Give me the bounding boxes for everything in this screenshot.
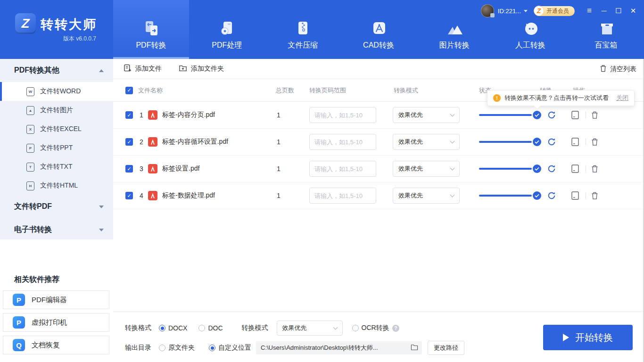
radio-doc-label[interactable]: DOC bbox=[208, 324, 223, 332]
sidebar-group-pdf-other[interactable]: PDF转换其他 bbox=[0, 59, 113, 82]
ppt-doc-icon: P bbox=[26, 144, 34, 153]
mode-select[interactable]: 效果优先 bbox=[277, 321, 343, 336]
page-range-input[interactable] bbox=[309, 161, 376, 177]
tooltip-text: 转换效果不满意？点击再转一次试试看 bbox=[504, 94, 609, 102]
add-file-button[interactable]: 添加文件 bbox=[124, 64, 162, 74]
sidebar-item-image[interactable]: ▴ 文件转图片 bbox=[0, 101, 113, 120]
sidebar-item-ppt[interactable]: P 文件转PPT bbox=[0, 139, 113, 157]
group-label: 文件转PDF bbox=[14, 202, 52, 212]
folder-icon[interactable] bbox=[411, 344, 418, 352]
change-path-label: 更改路径 bbox=[434, 344, 458, 352]
delete-icon[interactable] bbox=[591, 111, 598, 119]
sidebar-item-label: 文件转EXCEL bbox=[40, 125, 82, 133]
radio-source-folder-label[interactable]: 原文件夹 bbox=[168, 344, 195, 352]
change-path-button[interactable]: 更改路径 bbox=[428, 341, 464, 355]
radio-ocr[interactable] bbox=[352, 325, 359, 331]
chevron-down-icon bbox=[450, 192, 455, 197]
row-mode-select[interactable]: 效果优先 bbox=[393, 188, 460, 204]
delete-icon[interactable] bbox=[591, 192, 598, 200]
cad-icon bbox=[368, 19, 389, 41]
tab-pdf-process[interactable]: PDF处理 bbox=[189, 0, 265, 59]
recommend-doc-recovery[interactable]: Q 文档恢复 bbox=[3, 336, 109, 354]
delete-icon[interactable] bbox=[591, 165, 598, 173]
sidebar-item-html[interactable]: H 文件转HTML bbox=[0, 176, 113, 195]
output-path-value: C:\Users\Administrator\Desktop\转转大师... bbox=[261, 344, 411, 352]
tab-label: 人工转换 bbox=[515, 41, 545, 50]
sidebar-item-txt[interactable]: T 文件转TXT bbox=[0, 157, 113, 176]
row-checkbox[interactable] bbox=[125, 165, 133, 173]
start-convert-button[interactable]: 开始转换 bbox=[543, 325, 633, 350]
row-checkbox[interactable] bbox=[125, 138, 133, 146]
output-row: 输出目录 原文件夹 自定义位置 C:\Users\Administrator\D… bbox=[125, 341, 464, 355]
row-mode-select[interactable]: 效果优先 bbox=[393, 107, 460, 123]
tab-label: PDF处理 bbox=[212, 41, 242, 50]
member-badge[interactable]: Z 开通会员 bbox=[535, 6, 575, 16]
sidebar-item-word[interactable]: W 文件转WORD bbox=[0, 82, 113, 101]
col-pages: 总页数 bbox=[276, 86, 294, 95]
avatar[interactable] bbox=[481, 4, 494, 17]
page-range-input[interactable] bbox=[309, 134, 376, 150]
add-folder-button[interactable]: 添加文件夹 bbox=[179, 65, 224, 74]
progress-bar bbox=[479, 168, 532, 170]
open-file-icon[interactable] bbox=[571, 191, 579, 200]
open-file-icon[interactable] bbox=[571, 138, 579, 146]
pdf-file-icon bbox=[148, 110, 157, 120]
row-checkbox[interactable] bbox=[125, 111, 133, 119]
tab-pdf-convert[interactable]: PDF转换 bbox=[113, 0, 189, 59]
sidebar-group-to-pdf[interactable]: 文件转PDF bbox=[0, 195, 113, 218]
radio-ocr-label[interactable]: OCR转换 bbox=[362, 324, 389, 332]
add-folder-label: 添加文件夹 bbox=[191, 65, 224, 73]
sidebar: PDF转换其他 W 文件转WORD ▴ 文件转图片 X 文件转EXCEL P 文… bbox=[0, 59, 113, 362]
output-path-field[interactable]: C:\Users\Administrator\Desktop\转转大师... bbox=[256, 341, 422, 354]
recommend-virtual-printer[interactable]: P 虚拟打印机 bbox=[3, 313, 109, 332]
radio-docx[interactable] bbox=[159, 325, 165, 331]
status-check-icon bbox=[533, 191, 541, 200]
recommend-label: 虚拟打印机 bbox=[32, 318, 67, 327]
row-index: 3 bbox=[140, 165, 143, 173]
progress-bar bbox=[479, 141, 532, 143]
row-mode-select[interactable]: 效果优先 bbox=[393, 134, 460, 150]
page-range-input[interactable] bbox=[309, 188, 376, 204]
help-icon[interactable]: ? bbox=[392, 325, 399, 332]
page-range-input[interactable] bbox=[309, 107, 376, 123]
tab-cad-convert[interactable]: CAD转换 bbox=[341, 0, 417, 59]
txt-doc-icon: T bbox=[26, 163, 34, 172]
radio-doc[interactable] bbox=[198, 325, 205, 331]
sidebar-groups: PDF转换其他 W 文件转WORD ▴ 文件转图片 X 文件转EXCEL P 文… bbox=[0, 59, 113, 239]
minimize-button[interactable]: ─ bbox=[600, 6, 608, 16]
close-button[interactable]: ✕ bbox=[629, 6, 637, 16]
radio-custom-location-label[interactable]: 自定义位置 bbox=[218, 344, 251, 352]
tooltip-close-link[interactable]: 关闭 bbox=[616, 94, 628, 102]
row-checkbox[interactable] bbox=[125, 192, 133, 199]
maximize-button[interactable]: ☐ bbox=[614, 6, 623, 16]
doc-recovery-icon: Q bbox=[13, 339, 25, 351]
select-all-checkbox[interactable] bbox=[125, 87, 133, 94]
radio-source-folder[interactable] bbox=[159, 345, 165, 351]
radio-docx-label[interactable]: DOCX bbox=[168, 324, 187, 332]
warning-icon: ! bbox=[493, 94, 501, 102]
progress-bar bbox=[479, 114, 532, 116]
recommend-pdf-editor[interactable]: P PDF编辑器 bbox=[3, 290, 109, 309]
retry-icon[interactable] bbox=[547, 137, 556, 147]
mode-value: 效果优先 bbox=[398, 138, 423, 146]
retry-icon[interactable] bbox=[547, 110, 556, 120]
sidebar-item-excel[interactable]: X 文件转EXCEL bbox=[0, 120, 113, 139]
clear-list-button[interactable]: 清空列表 bbox=[600, 59, 636, 79]
sidebar-group-ebook[interactable]: 电子书转换 bbox=[0, 218, 113, 241]
tab-label: CAD转换 bbox=[363, 41, 394, 50]
open-file-icon[interactable] bbox=[571, 111, 579, 119]
tab-file-compress[interactable]: 文件压缩 bbox=[265, 0, 341, 59]
radio-custom-location[interactable] bbox=[209, 345, 215, 351]
chevron-down-icon[interactable] bbox=[524, 10, 528, 12]
menu-icon[interactable]: ≡ bbox=[585, 6, 594, 16]
retry-icon[interactable] bbox=[547, 164, 556, 173]
excel-doc-icon: X bbox=[26, 125, 34, 134]
retry-icon[interactable] bbox=[547, 191, 556, 200]
tab-label: 图片转换 bbox=[439, 41, 470, 50]
table-row: 2 标签-内容循环设置.pdf 1 效果优先 bbox=[113, 129, 644, 156]
row-mode-select[interactable]: 效果优先 bbox=[393, 161, 460, 177]
pdf-file-icon bbox=[148, 191, 157, 200]
chevron-down-icon bbox=[450, 112, 455, 116]
open-file-icon[interactable] bbox=[571, 165, 579, 173]
delete-icon[interactable] bbox=[591, 138, 598, 146]
